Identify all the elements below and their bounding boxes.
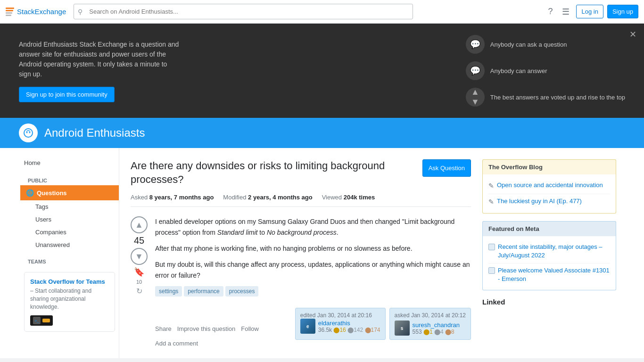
feature2-text: Anybody can answer: [490, 67, 547, 74]
asked-time: asked Jan 30, 2014 at 20:12: [395, 312, 466, 319]
post-actions-row: Share Improve this question Follow edite…: [155, 304, 471, 340]
tag-processes[interactable]: processes: [225, 286, 259, 296]
sidebar-item-tags[interactable]: Tags: [20, 200, 119, 213]
sidebar-item-companies[interactable]: Companies: [20, 226, 119, 239]
nav-right: ? ☰ Log in Sign up: [545, 5, 638, 19]
modified-value: 2 years, 4 months ago: [248, 194, 313, 201]
inbox-icon[interactable]: ☰: [559, 5, 572, 19]
asker-rep: 553 ⬤1 ⬤4 ⬤8: [413, 329, 460, 335]
overflow-blog-widget: The Overflow Blog ✎ Open source and acci…: [482, 159, 616, 214]
history-icon[interactable]: ↻: [136, 287, 142, 296]
sidebar-questions-label: Questions: [37, 189, 67, 197]
question-text-p1: I enabled developer options on my Samsun…: [155, 216, 471, 238]
promo-feature-2: 💬 Anybody can answer: [466, 61, 625, 80]
right-sidebar: The Overflow Blog ✎ Open source and acci…: [482, 148, 624, 358]
question-text-p2: After that my phone is working fine, wit…: [155, 243, 471, 254]
asked-meta: Asked 8 years, 7 months ago: [131, 194, 214, 201]
stack-exchange-icon: [6, 8, 14, 16]
sidebar-teams-box: Stack Overflow for Teams – Start collabo…: [24, 272, 115, 332]
add-comment-link[interactable]: Add a comment: [155, 340, 471, 347]
upvote-button[interactable]: ▲: [131, 216, 148, 233]
ask-question-icon: 💬: [466, 35, 485, 54]
logo-text-stack: Stack: [17, 8, 35, 16]
sidebar-item-home[interactable]: Home: [20, 156, 119, 170]
modified-meta: Modified 2 years, 4 months ago: [223, 194, 312, 201]
edited-time: edited Jan 30, 2014 at 20:16: [300, 312, 380, 319]
signup-button[interactable]: Sign up: [607, 5, 638, 18]
featured-meta-header: Featured on Meta: [482, 221, 616, 236]
question-meta: Asked 8 years, 7 months ago Modified 2 y…: [131, 194, 471, 207]
page-wrap: Home PUBLIC 🌐 Questions Tags Users Compa…: [20, 148, 624, 358]
svg-point-2: [26, 132, 28, 133]
editor-avatar: e: [300, 319, 315, 334]
asker-card: asked Jan 30, 2014 at 20:12 s suresh_cha…: [389, 308, 471, 340]
help-icon[interactable]: ?: [545, 5, 555, 18]
teams-link[interactable]: Stack Overflow for Teams: [30, 278, 105, 285]
overflow-blog-body: ✎ Open source and accidental innovation …: [482, 174, 616, 214]
meta-link-2[interactable]: Please welcome Valued Associate #1301 - …: [498, 266, 610, 283]
logo-text-exchange: Exchange: [35, 8, 66, 16]
promo-feature-1: 💬 Anybody can ask a question: [466, 35, 625, 54]
top-nav: StackExchange ⚲ ? ☰ Log in Sign up: [0, 0, 644, 24]
share-link[interactable]: Share: [155, 325, 172, 332]
meta-link-1[interactable]: Recent site instability, major outages –…: [498, 243, 610, 260]
promo-left: Android Enthusiasts Stack Exchange is a …: [19, 40, 179, 102]
viewed-value: 204k times: [344, 194, 375, 201]
site-title: Android Enthusiasts: [44, 126, 145, 140]
downvote-button[interactable]: ▼: [131, 248, 148, 265]
feature1-text: Anybody can ask a question: [490, 41, 567, 48]
improve-link[interactable]: Improve this question: [177, 325, 236, 332]
question-body: I enabled developer options on my Samsun…: [155, 216, 471, 347]
site-logo-icon: [19, 123, 38, 142]
sidebar-item-questions[interactable]: 🌐 Questions: [20, 185, 119, 200]
meta-icon-1: [488, 244, 495, 250]
join-community-button[interactable]: Sign up to join this community: [19, 87, 115, 102]
editor-rep: 36.5k ⬤16 ⬤142 ⬤174: [318, 327, 380, 333]
tag-performance[interactable]: performance: [184, 286, 223, 296]
linked-header: Linked: [482, 298, 616, 306]
promo-banner: Android Enthusiasts Stack Exchange is a …: [0, 24, 644, 118]
sidebar-item-unanswered[interactable]: Unanswered: [20, 239, 119, 251]
globe-icon: 🌐: [26, 189, 34, 197]
promo-feature-3: ▲▼ The best answers are voted up and ris…: [466, 88, 625, 107]
editor-info: e eldarerathis 36.5k ⬤16 ⬤142 ⬤174: [300, 319, 380, 334]
pencil-icon-1: ✎: [488, 181, 494, 191]
sidebar-teams-desc: – Start collaborating and sharing organi…: [30, 287, 109, 311]
meta-icon-2: [488, 267, 495, 274]
editor-name[interactable]: eldarerathis: [318, 320, 350, 327]
site-header: Android Enthusiasts: [0, 118, 644, 148]
blog-link-2[interactable]: The luckiest guy in AI (Ep. 477): [497, 197, 582, 206]
asker-avatar: s: [395, 321, 410, 336]
sidebar: Home PUBLIC 🌐 Questions Tags Users Compa…: [20, 148, 119, 358]
follow-link[interactable]: Follow: [241, 325, 259, 332]
site-logo[interactable]: StackExchange: [6, 8, 66, 16]
sidebar-item-users[interactable]: Users: [20, 213, 119, 226]
meta-item-1: Recent site instability, major outages –…: [488, 240, 610, 263]
vote-count: 45: [134, 235, 144, 246]
pencil-icon-2: ✎: [488, 197, 494, 207]
android-icon: [23, 127, 34, 139]
teams-logo: >_: [30, 315, 53, 326]
blog-link-1[interactable]: Open source and accidental innovation: [497, 181, 603, 189]
tag-settings[interactable]: settings: [155, 286, 182, 296]
asker-name[interactable]: suresh_chandran: [413, 321, 460, 329]
ask-question-button[interactable]: Ask Question: [422, 159, 471, 177]
editor-card: edited Jan 30, 2014 at 20:16 e eldarerat…: [295, 308, 386, 340]
sidebar-section-teams: TEAMS: [20, 251, 119, 266]
main-content: Are there any downsides or risks to limi…: [119, 148, 482, 358]
meta-item-2: Please welcome Valued Associate #1301 - …: [488, 263, 610, 286]
user-cards: edited Jan 30, 2014 at 20:16 e eldarerat…: [295, 308, 471, 340]
search-input[interactable]: [74, 4, 413, 19]
sidebar-section-public: PUBLIC: [20, 170, 119, 185]
promo-description: Android Enthusiasts Stack Exchange is a …: [19, 40, 179, 79]
question-title: Are there any downsides or risks to limi…: [131, 159, 415, 186]
search-bar: ⚲: [74, 4, 413, 19]
answer-icon: 💬: [466, 61, 485, 80]
bookmark-icon[interactable]: 🔖: [134, 267, 144, 277]
login-button[interactable]: Log in: [576, 5, 603, 18]
asked-value: 8 years, 7 months ago: [149, 194, 214, 201]
tags-section: settings performance processes: [155, 286, 471, 296]
question-body-wrap: ▲ 45 ▼ 🔖 10 ↻ I enabled developer option…: [131, 216, 471, 347]
question-actions: Share Improve this question Follow: [155, 325, 259, 332]
promo-close-button[interactable]: ✕: [629, 29, 636, 40]
